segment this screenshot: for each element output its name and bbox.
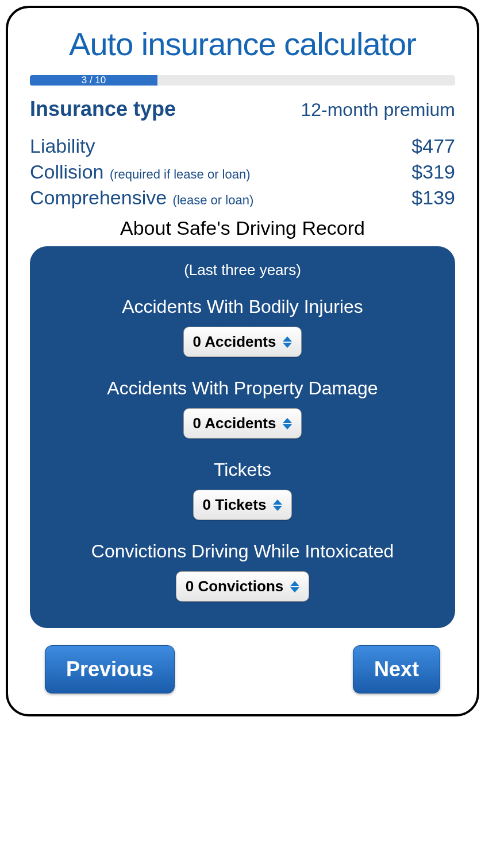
- section-heading: About Safe's Driving Record: [30, 217, 455, 239]
- select-value: 0 Tickets: [203, 496, 267, 514]
- premium-label: Comprehensive: [30, 187, 167, 208]
- driving-record-panel: (Last three years) Accidents With Bodily…: [30, 246, 455, 628]
- sort-icon: [283, 418, 292, 429]
- premium-label: Collision: [30, 161, 104, 183]
- premium-value: $139: [411, 187, 455, 209]
- premium-value: $477: [411, 135, 455, 157]
- select-value: 0 Accidents: [193, 333, 276, 351]
- premium-row-comprehensive: Comprehensive (lease or loan) $139: [30, 187, 455, 209]
- sort-icon: [273, 499, 282, 511]
- header-insurance-type: Insurance type: [30, 97, 176, 121]
- select-property-damage[interactable]: 0 Accidents: [183, 408, 302, 439]
- premium-label: Liability: [30, 135, 95, 157]
- field-label-property-damage: Accidents With Property Damage: [47, 378, 438, 399]
- select-bodily-injuries[interactable]: 0 Accidents: [183, 327, 302, 357]
- panel-subheading: (Last three years): [47, 261, 438, 279]
- select-value: 0 Convictions: [186, 578, 283, 595]
- select-dwi[interactable]: 0 Convictions: [176, 571, 309, 602]
- field-label-dwi: Convictions Driving While Intoxicated: [47, 541, 438, 562]
- select-tickets[interactable]: 0 Tickets: [193, 490, 292, 520]
- calculator-frame: Auto insurance calculator 3 / 10 Insuran…: [6, 6, 479, 716]
- page-title: Auto insurance calculator: [30, 25, 455, 63]
- header-premium: 12-month premium: [301, 99, 455, 121]
- previous-button[interactable]: Previous: [45, 645, 175, 693]
- progress-label: 3 / 10: [30, 75, 157, 86]
- premium-note: (lease or loan): [173, 193, 254, 207]
- sort-icon: [283, 336, 292, 348]
- progress-bar: 3 / 10: [30, 75, 455, 86]
- premium-row-collision: Collision (required if lease or loan) $3…: [30, 161, 455, 183]
- field-label-tickets: Tickets: [47, 459, 438, 480]
- premium-value: $319: [411, 161, 455, 183]
- select-value: 0 Accidents: [193, 414, 276, 432]
- premium-row-liability: Liability $477: [30, 135, 455, 157]
- field-label-bodily-injuries: Accidents With Bodily Injuries: [47, 296, 438, 317]
- next-button[interactable]: Next: [353, 645, 440, 693]
- nav-row: Previous Next: [30, 645, 455, 693]
- premium-note: (required if lease or loan): [110, 167, 251, 181]
- sort-icon: [290, 581, 299, 592]
- column-headers: Insurance type 12-month premium: [30, 97, 455, 121]
